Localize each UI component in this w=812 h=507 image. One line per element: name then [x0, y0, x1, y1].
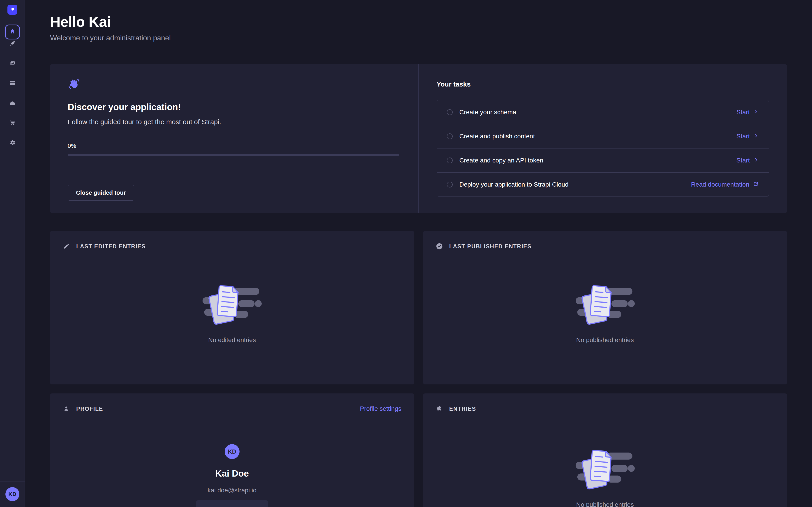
sidebar: KD — [0, 0, 25, 507]
task-status-circle — [447, 133, 453, 139]
close-guided-tour-button[interactable]: Close guided tour — [68, 185, 134, 201]
sidebar-item-media-library[interactable] — [8, 59, 17, 68]
task-label: Create your schema — [459, 109, 516, 116]
feather-icon — [9, 40, 16, 48]
empty-state-text: No published entries — [576, 501, 634, 507]
check-circle-icon — [436, 243, 443, 250]
profile-email: kai.doe@strapi.io — [207, 487, 256, 494]
task-list: Create your schema Start Create and publ… — [437, 100, 769, 197]
task-row: Create and publish content Start — [437, 124, 769, 148]
empty-documents-illustration — [575, 446, 635, 495]
widget-title: ENTRIES — [449, 406, 476, 412]
task-start-link[interactable]: Start — [737, 109, 759, 116]
task-row: Create your schema Start — [437, 100, 769, 124]
task-label: Create and publish content — [459, 133, 535, 140]
guided-tour-subtitle: Follow the guided tour to get the most o… — [68, 118, 401, 126]
person-icon — [63, 405, 70, 412]
profile-settings-link[interactable]: Profile settings — [360, 405, 402, 412]
home-icon — [9, 28, 16, 36]
empty-state: No published entries — [436, 446, 774, 507]
strapi-logo[interactable] — [7, 5, 17, 15]
task-start-link[interactable]: Start — [737, 157, 759, 164]
external-link-icon — [753, 181, 759, 188]
tasks-panel: Your tasks Create your schema Start — [419, 64, 787, 213]
profile-card: PROFILE Profile settings KD Kai Doe kai.… — [50, 393, 414, 507]
empty-documents-illustration — [575, 281, 635, 330]
sidebar-item-home[interactable] — [5, 24, 20, 40]
profile-name: Kai Doe — [215, 468, 249, 478]
guided-tour-title: Discover your application! — [68, 102, 401, 112]
task-row: Deploy your application to Strapi Cloud … — [437, 172, 769, 196]
last-published-entries-card: LAST PUBLISHED ENTRIES — [423, 231, 787, 384]
waving-hand-icon — [68, 87, 80, 91]
chevron-right-icon — [753, 157, 759, 164]
profile-body: KD Kai Doe kai.doe@strapi.io — [63, 444, 402, 507]
task-row: Create and copy an API token Start — [437, 148, 769, 172]
task-status-circle — [447, 109, 453, 115]
sidebar-bottom-divider — [0, 481, 25, 482]
empty-documents-illustration — [202, 281, 262, 330]
widget-title: LAST PUBLISHED ENTRIES — [449, 243, 531, 250]
chevron-right-icon — [753, 133, 759, 140]
media-library-icon — [9, 60, 16, 68]
empty-state-text: No published entries — [576, 336, 634, 344]
layout-icon — [9, 80, 16, 88]
task-start-link[interactable]: Start — [737, 133, 759, 140]
widget-title: PROFILE — [76, 406, 103, 412]
read-documentation-link[interactable]: Read documentation — [691, 181, 759, 188]
empty-state: No published entries — [436, 281, 774, 344]
task-status-circle — [447, 158, 453, 163]
pencil-icon — [63, 243, 70, 250]
sidebar-item-settings[interactable] — [8, 138, 17, 148]
task-label: Create and copy an API token — [459, 157, 543, 164]
role-badge — [196, 500, 268, 507]
task-status-circle — [447, 182, 453, 187]
sidebar-item-cloud[interactable] — [8, 99, 17, 108]
guided-tour-card: Discover your application! Follow the gu… — [50, 64, 787, 213]
cloud-icon — [9, 99, 16, 108]
sidebar-item-content-type-builder[interactable] — [8, 79, 17, 88]
widget-title: LAST EDITED ENTRIES — [76, 243, 146, 250]
progress-percentage: 0% — [68, 143, 401, 150]
entries-card: ENTRIES — [423, 393, 787, 507]
sidebar-item-content-manager[interactable] — [8, 40, 17, 48]
page-subtitle: Welcome to your administration panel — [50, 34, 787, 42]
page-title: Hello Kai — [50, 13, 787, 30]
cart-icon — [9, 119, 16, 127]
tasks-title: Your tasks — [437, 80, 769, 88]
empty-state: No edited entries — [63, 281, 402, 344]
main-content: Hello Kai Welcome to your administration… — [25, 0, 812, 507]
gear-icon — [9, 139, 16, 147]
last-edited-entries-card: LAST EDITED ENTRIES — [50, 231, 414, 384]
puzzle-icon — [436, 405, 443, 412]
chevron-right-icon — [753, 109, 759, 116]
progress-bar — [68, 154, 399, 156]
user-avatar[interactable]: KD — [5, 487, 19, 501]
guided-tour-panel: Discover your application! Follow the gu… — [50, 64, 419, 213]
empty-state-text: No edited entries — [208, 336, 256, 344]
task-label: Deploy your application to Strapi Cloud — [459, 181, 569, 188]
strapi-logo-icon — [9, 6, 15, 13]
profile-avatar: KD — [225, 444, 240, 459]
sidebar-item-marketplace[interactable] — [8, 119, 17, 128]
